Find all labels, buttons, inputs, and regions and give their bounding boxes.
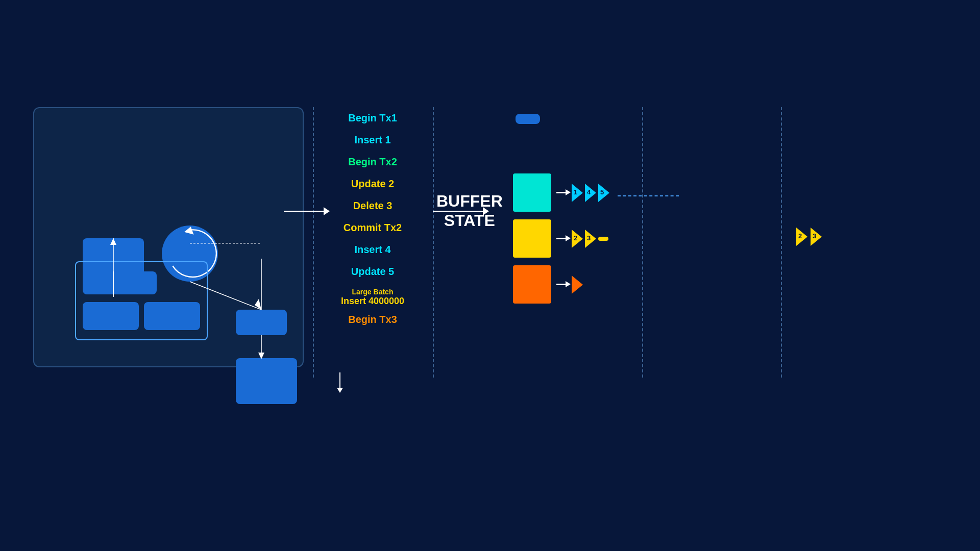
svg-marker-5 — [255, 299, 261, 310]
event-large-batch: Large Batch Insert 4000000 — [322, 288, 424, 307]
event-update-2: Update 2 — [322, 178, 424, 190]
event-begin-tx3: Begin Tx3 — [322, 314, 424, 325]
rdbms-container — [33, 107, 304, 367]
tx-row-2: 2 3 — [513, 219, 608, 258]
tx-square-orange — [513, 265, 551, 304]
off-heap-dashed-line — [618, 195, 679, 196]
timeline-events: Begin Tx1 Insert 1 Begin Tx2 Update 2 De… — [322, 112, 424, 336]
event-commit-tx2: Commit Tx2 — [322, 222, 424, 234]
time-arrow — [337, 372, 343, 395]
event-begin-tx1: Begin Tx1 — [322, 112, 424, 124]
striim-cluster-badge — [516, 114, 540, 124]
right-chevrons-row2: 2 3 — [796, 228, 822, 246]
tx-square-yellow — [513, 219, 551, 258]
private-sql-area-box — [144, 302, 200, 330]
buffer-arrow — [433, 211, 484, 212]
event-update-5: Update 5 — [322, 266, 424, 278]
event-insert-4: Insert 4 — [322, 244, 424, 256]
chevron-row-1: 1 4 5 — [572, 184, 609, 202]
tx-arrow-1 — [556, 192, 567, 193]
event-insert-1: Insert 1 — [322, 134, 424, 146]
tx-arrow-3 — [556, 284, 567, 285]
in-arrow — [284, 211, 325, 212]
tx-row-1: 1 4 5 — [513, 173, 609, 212]
lgwr-box — [236, 310, 287, 335]
tx-row-3 — [513, 265, 583, 304]
commit-badge — [598, 237, 608, 241]
tx-square-cyan — [513, 173, 551, 212]
online-redo-log-box — [236, 358, 297, 404]
event-delete-3: Delete 3 — [322, 200, 424, 212]
dashed-line-4 — [781, 107, 782, 378]
sql-work-areas-box — [83, 271, 157, 294]
chevron-3-1 — [572, 276, 583, 294]
tx-arrow-2 — [556, 238, 567, 239]
dashed-line-3 — [642, 107, 643, 378]
dashed-line-2 — [433, 107, 434, 378]
session-memory-box — [83, 302, 139, 330]
chevron-row-2: 2 3 — [572, 230, 608, 248]
dashed-line-1 — [313, 107, 314, 378]
event-begin-tx2: Begin Tx2 — [322, 156, 424, 168]
